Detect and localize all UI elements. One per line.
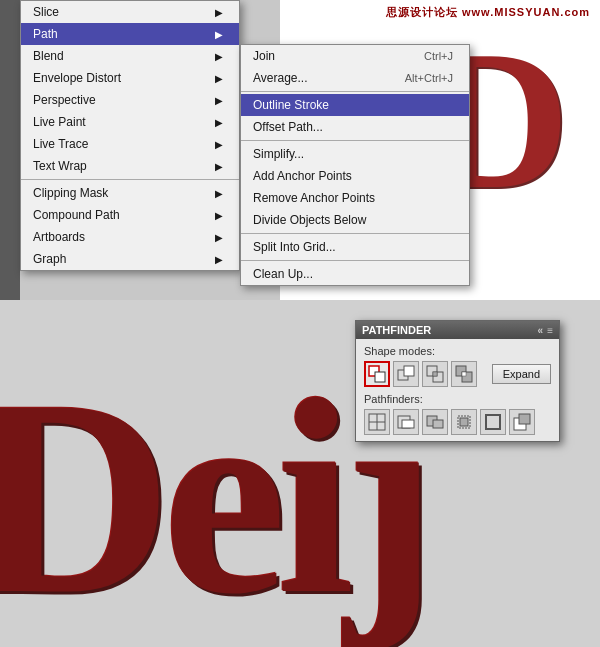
subtract-shape-mode-btn[interactable]	[393, 361, 419, 387]
svg-rect-1	[375, 372, 385, 382]
subtract-shape-icon	[397, 365, 415, 383]
trim-pathfinder-btn[interactable]	[393, 409, 419, 435]
pathfinders-row	[364, 409, 551, 435]
bottom-section: Deij PATHFINDER « ≡ Shape modes:	[0, 300, 600, 647]
menu-item-join[interactable]: Join Ctrl+J	[241, 45, 469, 67]
submenu-arrow: ▶	[215, 7, 223, 18]
submenu-arrow: ▶	[215, 73, 223, 84]
menu-sep-l2-2	[241, 140, 469, 141]
pathfinder-body: Shape modes:	[356, 339, 559, 441]
merge-pathfinder-btn[interactable]	[422, 409, 448, 435]
trim-pathfinder-icon	[397, 413, 415, 431]
outline-pathfinder-icon	[484, 413, 502, 431]
menu-item-text-wrap[interactable]: Text Wrap ▶	[21, 155, 239, 177]
menu-item-remove-anchor[interactable]: Remove Anchor Points	[241, 187, 469, 209]
svg-rect-18	[460, 418, 468, 426]
svg-rect-9	[462, 372, 466, 376]
shape-modes-row: Expand	[364, 361, 551, 387]
menu-item-slice[interactable]: Slice ▶	[21, 1, 239, 23]
menu-item-perspective[interactable]: Perspective ▶	[21, 89, 239, 111]
shape-modes-label: Shape modes:	[364, 345, 551, 357]
submenu-arrow: ▶	[215, 188, 223, 199]
menu-item-live-paint[interactable]: Live Paint ▶	[21, 111, 239, 133]
submenu-arrow: ▶	[215, 139, 223, 150]
expand-button[interactable]: Expand	[492, 364, 551, 384]
submenu-arrow: ▶	[215, 29, 223, 40]
menu-item-artboards[interactable]: Artboards ▶	[21, 226, 239, 248]
add-shape-mode-btn[interactable]	[364, 361, 390, 387]
menu-item-path[interactable]: Path ▶	[21, 23, 239, 45]
merge-pathfinder-icon	[426, 413, 444, 431]
menu-item-split-grid[interactable]: Split Into Grid...	[241, 236, 469, 258]
submenu-arrow: ▶	[215, 254, 223, 265]
minus-back-pathfinder-icon	[513, 413, 531, 431]
menu-item-clean-up[interactable]: Clean Up...	[241, 263, 469, 285]
menu-item-offset-path[interactable]: Offset Path...	[241, 116, 469, 138]
submenu-arrow: ▶	[215, 210, 223, 221]
submenu-arrow: ▶	[215, 51, 223, 62]
pathfinder-title: PATHFINDER	[362, 324, 431, 336]
submenu-arrow: ▶	[215, 161, 223, 172]
crop-pathfinder-btn[interactable]	[451, 409, 477, 435]
menu-item-outline-stroke[interactable]: Outline Stroke	[241, 94, 469, 116]
menu-item-blend[interactable]: Blend ▶	[21, 45, 239, 67]
menu-item-compound-path[interactable]: Compound Path ▶	[21, 204, 239, 226]
pathfinders-label: Pathfinders:	[364, 393, 551, 405]
menu-item-live-trace[interactable]: Live Trace ▶	[21, 133, 239, 155]
panel-menu-icon[interactable]: ≡	[547, 325, 553, 336]
menu-item-clipping-mask[interactable]: Clipping Mask ▶	[21, 182, 239, 204]
divide-pathfinder-icon	[368, 413, 386, 431]
context-menu-level1: Slice ▶ Path ▶ Blend ▶ Envelope Distort …	[20, 0, 240, 271]
intersect-shape-mode-btn[interactable]	[422, 361, 448, 387]
top-section: 思源设计论坛 www.MISSYUAN.com D Slice ▶ Path ▶…	[0, 0, 600, 300]
collapse-icon[interactable]: «	[538, 325, 544, 336]
menu-sep-l2-3	[241, 233, 469, 234]
svg-rect-19	[486, 415, 500, 429]
add-shape-icon	[368, 365, 386, 383]
exclude-shape-icon	[455, 365, 473, 383]
minus-back-pathfinder-btn[interactable]	[509, 409, 535, 435]
menu-item-simplify[interactable]: Simplify...	[241, 143, 469, 165]
divide-pathfinder-btn[interactable]	[364, 409, 390, 435]
menu-item-graph[interactable]: Graph ▶	[21, 248, 239, 270]
pathfinder-titlebar: PATHFINDER « ≡	[356, 321, 559, 339]
menu-item-add-anchor[interactable]: Add Anchor Points	[241, 165, 469, 187]
submenu-arrow: ▶	[215, 95, 223, 106]
submenu-arrow: ▶	[215, 117, 223, 128]
outline-pathfinder-btn[interactable]	[480, 409, 506, 435]
svg-rect-6	[433, 372, 437, 376]
menu-item-average[interactable]: Average... Alt+Ctrl+J	[241, 67, 469, 89]
menu-separator-1	[21, 179, 239, 180]
svg-rect-3	[404, 366, 414, 376]
left-panel	[0, 0, 20, 300]
pathfinder-panel: PATHFINDER « ≡ Shape modes:	[355, 320, 560, 442]
submenu-arrow: ▶	[215, 232, 223, 243]
intersect-shape-icon	[426, 365, 444, 383]
context-menu-level2: Join Ctrl+J Average... Alt+Ctrl+J Outlin…	[240, 44, 470, 286]
exclude-shape-mode-btn[interactable]	[451, 361, 477, 387]
crop-pathfinder-icon	[455, 413, 473, 431]
titlebar-icons: « ≡	[538, 325, 553, 336]
menu-sep-l2-4	[241, 260, 469, 261]
svg-rect-16	[433, 420, 443, 428]
svg-rect-21	[519, 414, 530, 424]
bottom-canvas: Deij PATHFINDER « ≡ Shape modes:	[0, 300, 600, 647]
svg-rect-14	[402, 420, 414, 428]
menu-item-envelope-distort[interactable]: Envelope Distort ▶	[21, 67, 239, 89]
menu-item-divide-objects[interactable]: Divide Objects Below	[241, 209, 469, 231]
menu-sep-l2-1	[241, 91, 469, 92]
